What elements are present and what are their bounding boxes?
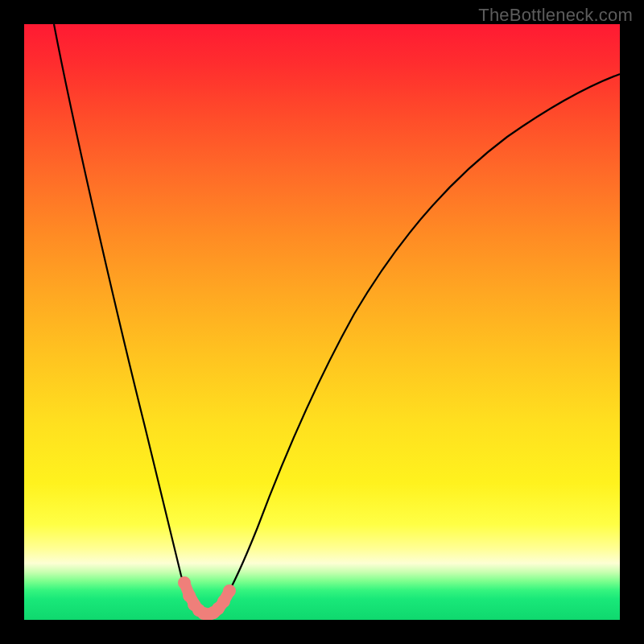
bottleneck-curve-path xyxy=(54,24,620,614)
plot-area xyxy=(24,24,620,620)
chart-frame: TheBottleneck.com xyxy=(0,0,644,644)
watermark-text: TheBottleneck.com xyxy=(478,5,633,26)
optimal-zone-markers xyxy=(179,577,235,620)
curve-svg xyxy=(24,24,620,620)
